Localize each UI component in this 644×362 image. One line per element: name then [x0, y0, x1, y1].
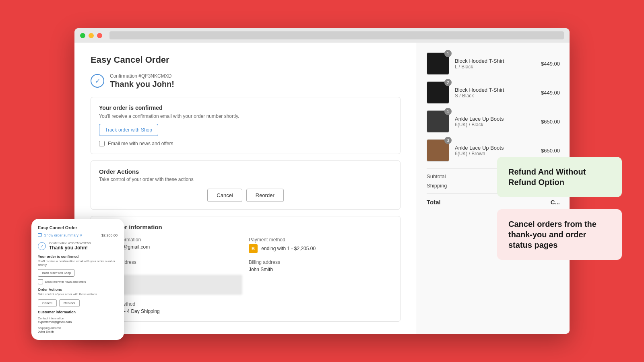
order-confirmed-box: Your order is confirmed You'll receive a…	[91, 97, 400, 154]
mobile-email-checkbox-row: Email me with news and offers	[38, 279, 118, 284]
item-1-name: Block Hooded T-Shirt	[455, 58, 535, 64]
mobile-email-checkbox[interactable]	[38, 279, 43, 284]
mobile-shipping-label: Shipping address	[38, 326, 118, 330]
mobile-app-title: Easy Cancel Order	[38, 225, 118, 230]
item-4-image-wrap: 3	[427, 139, 449, 162]
item-2-variant: S / Black	[455, 93, 535, 99]
shipping-method-label: Shipping method	[99, 301, 392, 307]
confirmation-number: Confirmation #QF3NKCMXD	[110, 73, 174, 79]
mobile-order-confirmed-subtitle: You'll receive a confirmation email with…	[38, 259, 118, 267]
item-4-variant: 6(UK) / Brown	[455, 151, 535, 156]
action-buttons-group: Cancel Reorder	[99, 189, 392, 202]
item-4-price: $650.00	[541, 148, 560, 154]
item-3-info: Ankle Lace Up Boots 6(UK) / Black	[455, 116, 535, 128]
page-title: Easy Cancel Order	[91, 55, 400, 65]
mobile-check-icon: ✓	[38, 242, 46, 250]
email-checkbox-row: Email me with news and offers	[99, 141, 392, 146]
item-3-image-wrap: 1	[427, 110, 449, 133]
browser-content: Easy Cancel Order ✓ Confirmation #QF3NKC…	[74, 43, 570, 334]
item-3-variant: 6(UK) / Black	[455, 122, 535, 128]
mobile-thank-you-text: Thank you John!	[49, 245, 91, 251]
callout-pink-text: Cancel orders from the thank-you and ord…	[508, 219, 611, 250]
mobile-shipping-name: John Smith	[38, 330, 118, 333]
total-row: Total C...	[427, 199, 560, 206]
browser-dot-green[interactable]	[80, 33, 85, 38]
item-2-image-wrap: 2	[427, 81, 449, 104]
shipping-method-value: Standard 3 - 4 Day Shipping	[99, 309, 392, 314]
payment-detail: ending with 1 - $2,205.00	[261, 246, 316, 251]
customer-info-title: Customer information	[99, 224, 392, 230]
billing-name: John Smith	[249, 267, 392, 272]
item-4-name: Ankle Lace Up Boots	[455, 145, 535, 151]
payment-badge: B	[249, 244, 258, 253]
mobile-cancel-button[interactable]: Cancel	[38, 299, 57, 307]
item-1-price: $449.00	[541, 61, 560, 67]
item-2-info: Block Hooded T-Shirt S / Black	[455, 87, 535, 99]
item-1-badge: 1	[444, 50, 452, 57]
track-order-button[interactable]: Track order with Shop	[99, 124, 158, 136]
mobile-order-summary-row: Show order summary ∨ $2,205.00	[38, 233, 118, 237]
item-4-badge: 3	[444, 137, 452, 144]
item-3-name: Ankle Lace Up Boots	[455, 116, 535, 122]
mobile-order-summary-label[interactable]: Show order summary ∨	[38, 233, 83, 237]
email-checkbox[interactable]	[99, 141, 105, 146]
mobile-contact-label: Contact information	[38, 317, 118, 320]
email-checkbox-label: Email me with news and offers	[108, 141, 173, 146]
browser-dot-yellow[interactable]	[89, 33, 94, 38]
mobile-order-actions-title: Order Actions	[38, 288, 118, 292]
order-item-2: 2 Block Hooded T-Shirt S / Black $449.00	[427, 81, 560, 104]
order-actions-subtitle: Take control of your order with these ac…	[99, 177, 392, 182]
item-4-info: Ankle Lace Up Boots 6(UK) / Brown	[455, 145, 535, 156]
mobile-email-label: Email me with news and offers	[45, 280, 86, 284]
main-panel: Easy Cancel Order ✓ Confirmation #QF3NKC…	[74, 43, 417, 334]
mobile-contact-email: expertdev9@gmail.com	[38, 320, 118, 324]
billing-address-section: Billing address John Smith	[249, 259, 392, 295]
browser-address-bar[interactable]	[109, 31, 564, 39]
customer-grid: Contact information expertdev9@gmail.com…	[99, 237, 392, 295]
order-confirmed-title: Your order is confirmed	[99, 105, 392, 111]
order-confirmed-subtitle: You'll receive a confirmation email with…	[99, 113, 392, 119]
mobile-order-actions-subtitle: Take control of your order with these ac…	[38, 292, 118, 296]
confirmation-section: ✓ Confirmation #QF3NKCMXD Thank you John…	[91, 73, 400, 89]
page-footer: Need help? Contact us Continue shopping	[91, 330, 400, 334]
mobile-customer-info-title: Customer information	[38, 310, 118, 314]
browser-window: Easy Cancel Order ✓ Confirmation #QF3NKC…	[74, 28, 570, 334]
check-circle-icon: ✓	[91, 74, 104, 88]
item-2-badge: 2	[444, 79, 452, 86]
item-2-name: Block Hooded T-Shirt	[455, 87, 535, 93]
item-2-price: $449.00	[541, 90, 560, 96]
callout-pink: Cancel orders from the thank-you and ord…	[497, 209, 622, 260]
order-item-1: 1 Block Hooded T-Shirt L / Black $449.00	[427, 52, 560, 75]
browser-dot-red[interactable]	[97, 33, 102, 38]
mobile-mockup: Easy Cancel Order Show order summary ∨ $…	[31, 219, 124, 340]
item-1-image-wrap: 1	[427, 52, 449, 75]
payment-method-section: Payment method B ending with 1 - $2,205.…	[249, 237, 392, 253]
subtotal-label: Subtotal	[427, 173, 446, 179]
item-1-info: Block Hooded T-Shirt L / Black	[455, 58, 535, 70]
item-3-price: $650.00	[541, 119, 560, 125]
mobile-reorder-button[interactable]: Reorder	[59, 299, 80, 307]
order-item-3: 1 Ankle Lace Up Boots 6(UK) / Black $650…	[427, 110, 560, 133]
mobile-track-button[interactable]: Track order with Shop	[38, 269, 74, 277]
item-3-badge: 1	[444, 108, 452, 115]
customer-info-box: Customer information Contact information…	[91, 216, 400, 322]
callout-green: Refund And Without Refund Option	[497, 157, 622, 197]
mobile-action-buttons: Cancel Reorder	[38, 299, 118, 307]
payment-method-label: Payment method	[249, 237, 392, 243]
mobile-order-confirmed-title: Your order is confirmed	[38, 255, 118, 259]
total-value: C...	[551, 199, 560, 206]
thank-you-heading: Thank you John!	[110, 80, 174, 89]
reorder-button[interactable]: Reorder	[246, 189, 284, 202]
shipping-method-section: Shipping method Standard 3 - 4 Day Shipp…	[99, 301, 392, 314]
cancel-order-button[interactable]: Cancel	[207, 189, 242, 202]
order-actions-title: Order Actions	[99, 168, 392, 175]
mobile-confirmation-number: Confirmation #YGPMWRF6N	[49, 241, 91, 245]
browser-titlebar	[74, 28, 570, 43]
total-label: Total	[427, 199, 441, 206]
shipping-label: Shipping	[427, 183, 447, 189]
callout-green-text: Refund And Without Refund Option	[508, 167, 611, 187]
mobile-order-total: $2,205.00	[101, 233, 118, 237]
mobile-confirmation-section: ✓ Confirmation #YGPMWRF6N Thank you John…	[38, 241, 118, 251]
order-actions-box: Order Actions Take control of your order…	[91, 160, 400, 210]
billing-address-label: Billing address	[249, 259, 392, 265]
